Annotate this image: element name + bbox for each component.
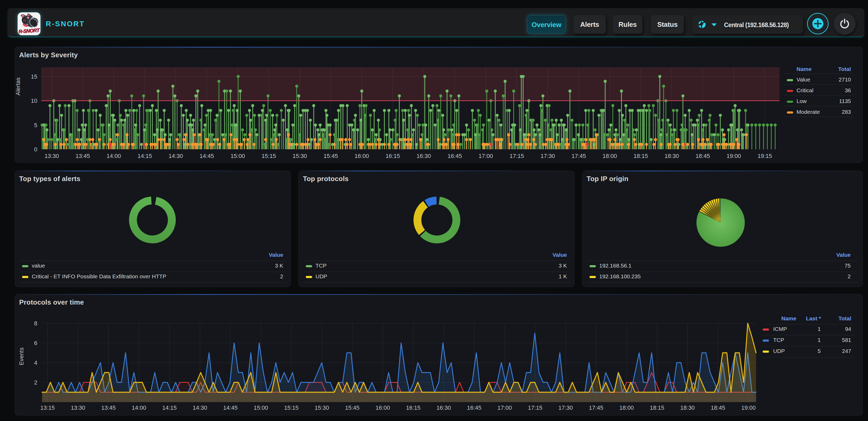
svg-text:15:00: 15:00: [253, 404, 268, 411]
svg-text:Alertas: Alertas: [15, 78, 21, 95]
svg-text:18:15: 18:15: [650, 404, 664, 411]
svg-text:Events: Events: [18, 348, 25, 365]
svg-text:15:15: 15:15: [284, 404, 299, 411]
svg-text:0: 0: [34, 146, 37, 153]
svg-text:16:45: 16:45: [467, 404, 481, 411]
svg-text:18:00: 18:00: [602, 153, 617, 159]
svg-text:4: 4: [34, 360, 37, 366]
svg-text:19:00: 19:00: [726, 153, 741, 159]
svg-text:15:30: 15:30: [292, 153, 307, 159]
svg-text:13:45: 13:45: [101, 404, 116, 411]
svg-text:18:45: 18:45: [711, 404, 725, 411]
svg-text:8: 8: [34, 320, 37, 327]
svg-text:14:15: 14:15: [162, 404, 177, 411]
svg-text:16:15: 16:15: [406, 404, 420, 411]
svg-text:14:45: 14:45: [199, 153, 214, 159]
svg-text:13:30: 13:30: [44, 153, 59, 159]
svg-text:14:00: 14:00: [132, 404, 146, 411]
svg-text:16:30: 16:30: [416, 153, 431, 159]
svg-text:13:15: 13:15: [40, 404, 55, 411]
svg-text:14:30: 14:30: [168, 153, 183, 159]
svg-text:16:45: 16:45: [447, 153, 462, 159]
svg-text:17:45: 17:45: [589, 404, 603, 411]
svg-text:15:45: 15:45: [345, 404, 360, 411]
svg-text:17:15: 17:15: [509, 153, 524, 159]
svg-text:17:00: 17:00: [497, 404, 512, 411]
svg-text:2: 2: [34, 379, 37, 386]
svg-text:16:00: 16:00: [375, 404, 390, 411]
svg-text:19:15: 19:15: [757, 153, 772, 159]
svg-text:15:30: 15:30: [314, 404, 329, 411]
svg-text:16:30: 16:30: [436, 404, 451, 411]
svg-text:18:15: 18:15: [633, 153, 648, 159]
svg-text:17:45: 17:45: [571, 153, 586, 159]
svg-text:18:30: 18:30: [664, 153, 679, 159]
svg-text:18:00: 18:00: [619, 404, 634, 411]
svg-text:15:45: 15:45: [323, 153, 338, 159]
svg-text:14:30: 14:30: [192, 404, 207, 411]
svg-text:16:00: 16:00: [354, 153, 369, 159]
svg-text:17:00: 17:00: [478, 153, 493, 159]
svg-text:14:15: 14:15: [137, 153, 152, 159]
svg-text:14:00: 14:00: [106, 153, 121, 159]
svg-text:19:00: 19:00: [741, 404, 755, 411]
svg-text:15:00: 15:00: [230, 153, 245, 159]
svg-text:13:45: 13:45: [75, 153, 90, 159]
svg-text:6: 6: [34, 340, 37, 347]
svg-text:18:45: 18:45: [695, 153, 710, 159]
svg-text:5: 5: [34, 122, 37, 128]
svg-text:10: 10: [31, 97, 37, 104]
svg-text:13:30: 13:30: [71, 404, 85, 411]
svg-text:17:15: 17:15: [528, 404, 542, 411]
svg-text:17:30: 17:30: [540, 153, 555, 159]
svg-text:16:15: 16:15: [385, 153, 400, 159]
svg-text:18:30: 18:30: [680, 404, 694, 411]
svg-text:15:15: 15:15: [261, 153, 276, 159]
svg-text:14:45: 14:45: [223, 404, 238, 411]
svg-text:17:30: 17:30: [558, 404, 573, 411]
svg-text:15: 15: [31, 73, 37, 80]
